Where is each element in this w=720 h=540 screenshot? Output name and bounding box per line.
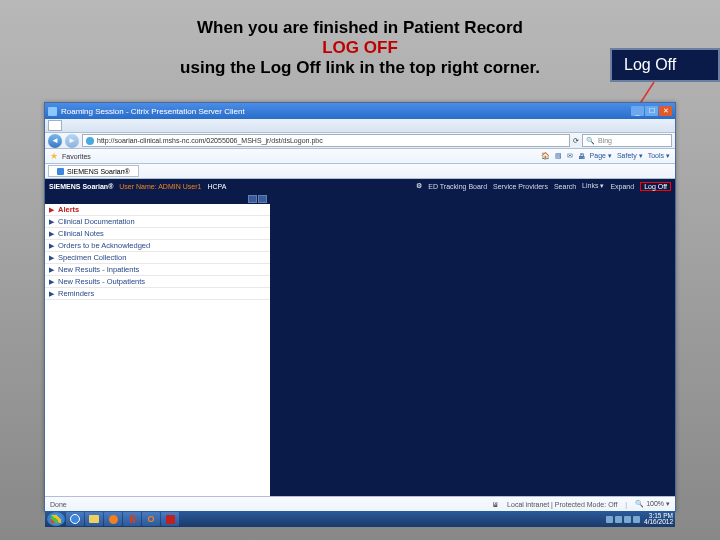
page-menu[interactable]: Page ▾ [590,152,612,160]
sidebar-controls [45,193,270,204]
mail-icon[interactable]: ✉ [567,152,573,160]
windows-taskbar: O 3:15 PM 4/16/2012 [45,511,675,527]
ie-session-tab[interactable] [48,120,62,131]
sidebar-label: Specimen Collection [58,253,126,262]
tab-icon [57,168,64,175]
favorites-bar: ★ Favorites 🏠 ▧ ✉ 🖶 Page ▾ Safety ▾ Tool… [45,149,675,164]
ed-tracking-link[interactable]: ED Tracking Board [428,183,487,190]
ie-tab-bar: SIEMENS Soarian® [45,164,675,179]
taskbar-clock[interactable]: 3:15 PM 4/16/2012 [644,513,673,526]
safety-menu[interactable]: Safety ▾ [617,152,643,160]
home-icon[interactable]: 🏠 [541,152,550,160]
tools-menu[interactable]: Tools ▾ [648,152,670,160]
window-title: Roaming Session - Citrix Presentation Se… [61,107,245,116]
forward-button[interactable]: ► [65,134,79,148]
browser-tab[interactable]: SIEMENS Soarian® [48,165,139,177]
app-header: SIEMENS Soarian® User Name: ADMIN User1 … [45,179,675,193]
sidebar-ctrl-1[interactable] [248,195,257,203]
security-zone: Local intranet | Protected Mode: Off [507,501,617,508]
chevron-right-icon: ▶ [49,242,54,250]
sidebar-label: Clinical Documentation [58,217,135,226]
logoff-callout: Log Off [610,48,720,82]
ie-command-bar: 🏠 ▧ ✉ 🖶 Page ▾ Safety ▾ Tools ▾ [541,152,670,160]
taskbar-app-button-2[interactable] [161,512,179,526]
search-placeholder: Bing [598,137,612,144]
close-button[interactable]: ✕ [659,106,672,116]
feed-icon[interactable]: ▧ [555,152,562,160]
taskbar-ie-button[interactable] [66,512,84,526]
sidebar-label: Alerts [58,205,79,214]
system-tray[interactable] [606,516,640,523]
taskbar-pause-button[interactable] [123,512,141,526]
screenshot-window: Roaming Session - Citrix Presentation Se… [44,102,676,512]
tray-icon[interactable] [615,516,622,523]
status-done: Done [50,501,67,508]
taskbar-app-button-1[interactable]: O [142,512,160,526]
sidebar-label: New Results - Inpatients [58,265,139,274]
windows-logo-icon [51,515,61,523]
search-link[interactable]: Search [554,183,576,190]
ie-menu-bar [45,119,675,133]
sidebar: ▶ Alerts ▶ Clinical Documentation ▶ Clin… [45,193,270,496]
zoom-control[interactable]: 🔍 100% ▾ [635,500,670,508]
chevron-right-icon: ▶ [49,278,54,286]
sidebar-label: New Results - Outpatients [58,277,145,286]
minimize-button[interactable]: _ [631,106,644,116]
chevron-right-icon: ▶ [49,254,54,262]
clock-date: 4/16/2012 [644,519,673,526]
url-text: http://soarian-clinical.mshs-nc.com/0205… [97,137,323,144]
favorites-star-icon[interactable]: ★ [50,151,58,161]
tab-label: SIEMENS Soarian® [67,168,130,175]
print-icon[interactable]: 🖶 [578,153,585,160]
logoff-callout-label: Log Off [624,56,676,74]
tray-icon[interactable] [606,516,613,523]
start-button[interactable] [47,512,65,526]
sidebar-label: Reminders [58,289,94,298]
globe-icon [86,137,94,145]
chevron-right-icon: ▶ [49,266,54,274]
window-icon [48,107,57,116]
sidebar-item-new-results-in[interactable]: ▶ New Results - Inpatients [45,264,270,276]
back-button[interactable]: ◄ [48,134,62,148]
main-content-area [270,193,675,496]
sidebar-item-orders-ack[interactable]: ▶ Orders to be Acknowledged [45,240,270,252]
sidebar-item-clinical-notes[interactable]: ▶ Clinical Notes [45,228,270,240]
logoff-link[interactable]: Log Off [640,182,671,191]
refresh-button[interactable]: ⟳ [573,137,579,145]
sidebar-item-new-results-out[interactable]: ▶ New Results - Outpatients [45,276,270,288]
title-line-1: When you are finished in Patient Record [0,18,720,38]
address-row: ◄ ► http://soarian-clinical.mshs-nc.com/… [45,133,675,149]
user-label: User Name: ADMIN User1 [119,183,201,190]
app-brand: SIEMENS Soarian® [49,183,113,190]
maximize-button[interactable]: ☐ [645,106,658,116]
sidebar-ctrl-2[interactable] [258,195,267,203]
tray-icon[interactable] [633,516,640,523]
gear-icon[interactable]: ⚙ [416,182,422,190]
sidebar-item-reminders[interactable]: ▶ Reminders [45,288,270,300]
chevron-right-icon: ▶ [49,218,54,226]
search-input[interactable]: 🔍 Bing [582,134,672,147]
app-body: ▶ Alerts ▶ Clinical Documentation ▶ Clin… [45,193,675,496]
sidebar-item-specimen[interactable]: ▶ Specimen Collection [45,252,270,264]
zone-icon: 🖥 [492,501,499,508]
favorites-label: Favorites [62,153,91,160]
sidebar-label: Clinical Notes [58,229,104,238]
chevron-right-icon: ▶ [49,230,54,238]
sidebar-item-clinical-doc[interactable]: ▶ Clinical Documentation [45,216,270,228]
address-bar[interactable]: http://soarian-clinical.mshs-nc.com/0205… [82,134,570,147]
search-icon: 🔍 [586,137,595,145]
window-titlebar: Roaming Session - Citrix Presentation Se… [45,103,675,119]
chevron-right-icon: ▶ [49,206,54,214]
service-providers-link[interactable]: Service Providers [493,183,548,190]
sidebar-label: Orders to be Acknowledged [58,241,150,250]
taskbar-media-button[interactable] [104,512,122,526]
taskbar-explorer-button[interactable] [85,512,103,526]
hipaa-label: HCPA [207,183,226,190]
status-bar: Done 🖥 Local intranet | Protected Mode: … [45,496,675,511]
links-menu[interactable]: Links ▾ [582,182,604,190]
chevron-right-icon: ▶ [49,290,54,298]
sidebar-item-alerts[interactable]: ▶ Alerts [45,204,270,216]
tray-icon[interactable] [624,516,631,523]
expand-link[interactable]: Expand [610,183,634,190]
